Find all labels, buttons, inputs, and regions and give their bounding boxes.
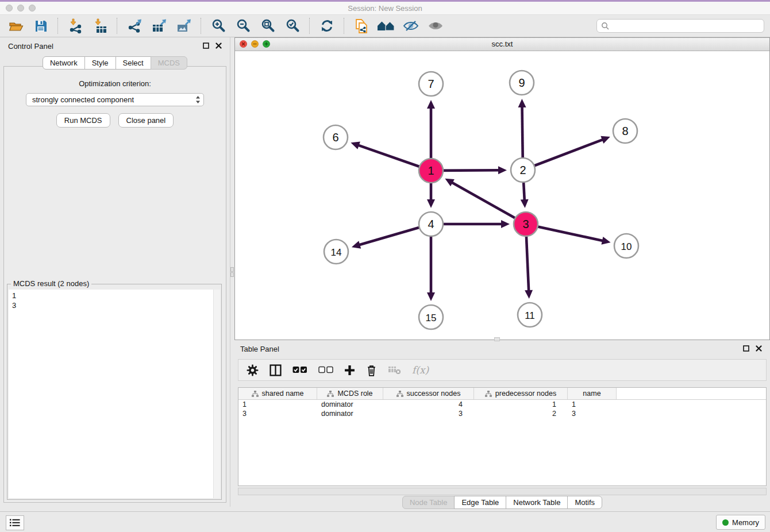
close-table-panel-icon[interactable] bbox=[756, 345, 762, 352]
zoom-in-button[interactable] bbox=[208, 17, 229, 35]
main-toolbar bbox=[0, 15, 770, 37]
tab-style[interactable]: Style bbox=[84, 56, 116, 70]
select-all-icon[interactable] bbox=[292, 366, 307, 374]
table-cell: 1 bbox=[568, 400, 617, 408]
export-image-icon bbox=[176, 18, 192, 34]
column-view-icon[interactable] bbox=[270, 364, 282, 376]
export-image-button[interactable] bbox=[174, 17, 194, 35]
column-header-name[interactable]: name bbox=[568, 388, 617, 399]
column-header-filler bbox=[617, 388, 766, 399]
graph-node-15[interactable]: 15 bbox=[419, 305, 443, 329]
graph-edge-2-8[interactable] bbox=[523, 139, 604, 170]
column-header-successor-nodes[interactable]: successor nodes bbox=[383, 388, 474, 399]
network-canvas[interactable]: 1234678910111415 bbox=[235, 51, 769, 340]
column-header-predecessor-nodes[interactable]: predecessor nodes bbox=[474, 388, 568, 399]
tab-select[interactable]: Select bbox=[116, 56, 151, 70]
app-window: Session: New Session Control Panel bbox=[0, 0, 770, 532]
run-mcds-button[interactable]: Run MCDS bbox=[56, 113, 110, 128]
function-builder-icon-disabled: f(x) bbox=[412, 364, 429, 376]
tab-motifs[interactable]: Motifs bbox=[567, 496, 602, 509]
table-cell: dominator bbox=[317, 410, 383, 418]
zoom-out-button[interactable] bbox=[233, 17, 253, 35]
select-chevrons-icon bbox=[195, 95, 201, 104]
save-session-button[interactable] bbox=[30, 17, 51, 35]
table-panel-title: Table Panel bbox=[240, 345, 279, 353]
toggle-graphics-details-button[interactable] bbox=[401, 17, 421, 35]
close-panel-icon[interactable] bbox=[215, 43, 222, 49]
column-header-shared-name[interactable]: shared name bbox=[238, 388, 317, 399]
graph-node-11[interactable]: 11 bbox=[518, 303, 542, 327]
horizontal-splitter-grip[interactable] bbox=[494, 337, 500, 341]
mcds-result-text[interactable]: 1 3 bbox=[9, 290, 214, 498]
refresh-view-button[interactable] bbox=[317, 17, 337, 35]
graph-node-9[interactable]: 9 bbox=[510, 71, 534, 95]
sort-tree-icon bbox=[327, 391, 334, 397]
close-network-icon[interactable] bbox=[240, 40, 247, 48]
task-history-button[interactable] bbox=[6, 515, 24, 530]
mcds-panel: Optimization criterion: strongly connect… bbox=[3, 66, 226, 503]
table-row[interactable]: 3dominator323 bbox=[238, 409, 766, 418]
graph-node-10[interactable]: 10 bbox=[614, 234, 638, 258]
graph-edge-arrowhead bbox=[351, 142, 360, 149]
export-network-button[interactable] bbox=[124, 17, 145, 35]
graph-node-7[interactable]: 7 bbox=[419, 72, 443, 96]
import-network-button[interactable] bbox=[65, 17, 86, 35]
graph-node-4[interactable]: 4 bbox=[419, 212, 443, 236]
float-table-panel-icon[interactable] bbox=[743, 345, 749, 352]
eye-slash-icon bbox=[403, 20, 419, 32]
tab-edge-table[interactable]: Edge Table bbox=[454, 496, 506, 509]
graph-node-1[interactable]: 1 bbox=[419, 159, 443, 183]
homes-icon bbox=[377, 20, 395, 32]
graph-node-label: 8 bbox=[622, 125, 628, 137]
network-window-titlebar[interactable]: scc.txt bbox=[235, 38, 769, 51]
delete-table-icon-disabled bbox=[388, 365, 401, 375]
zoom-in-icon bbox=[211, 18, 226, 33]
open-file-button[interactable] bbox=[6, 17, 26, 35]
graph-node-label: 3 bbox=[522, 218, 529, 230]
tab-mcds[interactable]: MCDS bbox=[151, 56, 187, 70]
graph-node-8[interactable]: 8 bbox=[613, 119, 637, 143]
zoom-fit-button[interactable] bbox=[257, 17, 278, 35]
graph-edge-arrowhead bbox=[518, 99, 526, 107]
tab-network[interactable]: Network bbox=[43, 56, 85, 70]
export-table-button[interactable] bbox=[149, 17, 170, 35]
table-cell: 4 bbox=[383, 400, 474, 408]
criterion-selected-value: strongly connected component bbox=[32, 95, 195, 104]
table-header-row: shared nameMCDS rolesuccessor nodesprede… bbox=[238, 388, 766, 400]
import-table-button[interactable] bbox=[90, 17, 110, 35]
close-panel-button[interactable]: Close panel bbox=[118, 113, 174, 128]
graph-node-label: 15 bbox=[426, 313, 437, 323]
criterion-select[interactable]: strongly connected component bbox=[26, 93, 204, 106]
eye-icon bbox=[428, 20, 444, 32]
table-horizontal-scrollbar[interactable] bbox=[238, 488, 767, 495]
graph-node-3[interactable]: 3 bbox=[514, 212, 538, 236]
show-networks-overview-button[interactable] bbox=[376, 17, 396, 35]
zoom-selected-button[interactable] bbox=[282, 17, 303, 35]
table-cell: 3 bbox=[568, 410, 617, 418]
minimize-network-icon[interactable] bbox=[251, 40, 259, 48]
clone-network-button[interactable] bbox=[351, 17, 372, 35]
result-scrollbar[interactable] bbox=[213, 290, 220, 498]
table-row[interactable]: 1dominator411 bbox=[238, 400, 766, 409]
column-header-mcds-role[interactable]: MCDS role bbox=[317, 388, 383, 399]
birdseye-view-button[interactable] bbox=[425, 17, 446, 35]
splitter-grip[interactable] bbox=[230, 267, 234, 278]
toolbar-separator bbox=[57, 18, 59, 34]
graph-node-2[interactable]: 2 bbox=[511, 158, 535, 182]
deselect-all-icon[interactable] bbox=[318, 366, 333, 374]
search-field[interactable] bbox=[596, 19, 764, 33]
float-panel-icon[interactable] bbox=[203, 43, 209, 49]
graph-node-6[interactable]: 6 bbox=[324, 125, 348, 149]
tab-network-table[interactable]: Network Table bbox=[506, 496, 568, 509]
search-input[interactable] bbox=[612, 21, 760, 31]
graph-edge-3-1[interactable] bbox=[451, 182, 526, 224]
tab-node-table[interactable]: Node Table bbox=[402, 496, 455, 509]
graph-edge-arrowhead bbox=[427, 100, 435, 109]
graph-node-14[interactable]: 14 bbox=[324, 240, 348, 264]
add-column-icon[interactable] bbox=[344, 365, 355, 376]
search-icon bbox=[601, 22, 609, 30]
memory-button[interactable]: Memory bbox=[716, 515, 765, 530]
delete-column-icon[interactable] bbox=[366, 364, 377, 376]
maximize-network-icon[interactable] bbox=[263, 40, 270, 48]
settings-gear-icon[interactable] bbox=[247, 364, 259, 376]
